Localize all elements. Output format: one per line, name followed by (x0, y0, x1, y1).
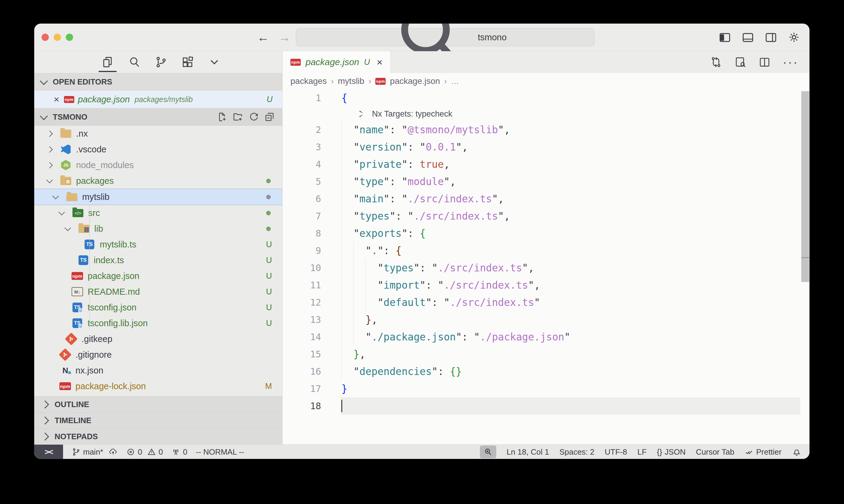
explorer-icon[interactable] (101, 55, 114, 69)
tab-close-icon[interactable]: × (377, 56, 383, 68)
code-line-2[interactable]: 2 "name": "@tsmono/mytslib", (282, 121, 809, 139)
tree-item-packages[interactable]: packages (34, 173, 282, 189)
cursor-position-item[interactable]: Ln 18, Col 1 (506, 447, 549, 457)
vim-mode-indicator[interactable]: -- NORMAL -- (196, 447, 244, 457)
extensions-icon[interactable] (181, 55, 194, 69)
more-actions-icon[interactable]: ··· (783, 59, 798, 65)
codelens-nx-targets[interactable]: Nx Targets: typecheck (282, 107, 809, 121)
chevron-down-icon (40, 112, 48, 120)
code-line-9[interactable]: 9 ".": { (282, 242, 809, 259)
outline-panel-header[interactable]: OUTLINE (34, 396, 282, 412)
notepads-panel-header[interactable]: NOTEPADS (34, 428, 282, 444)
git-branch-icon (71, 447, 81, 456)
search-view-icon[interactable] (127, 55, 141, 69)
cursor-tab-item[interactable]: Cursor Tab (696, 447, 735, 457)
tree-item-.gitignore[interactable]: .gitignore (34, 347, 282, 363)
tree-item-mytslib[interactable]: mytslib (34, 189, 282, 205)
tree-item-package-lock.json[interactable]: npmpackage-lock.jsonM (34, 378, 282, 394)
source-control-icon[interactable] (154, 55, 168, 69)
open-editors-header[interactable]: OPEN EDITORS (34, 73, 282, 91)
tree-item-src[interactable]: </>src (34, 205, 282, 221)
formatter-item[interactable]: Prettier (744, 447, 781, 457)
code-line-11[interactable]: 11 "import": "./src/index.ts", (282, 276, 809, 294)
branch-status-item[interactable]: main* (71, 447, 118, 457)
tree-item-package.json[interactable]: npmpackage.jsonU (34, 268, 282, 284)
refresh-icon[interactable] (248, 111, 259, 122)
toggle-panel-icon[interactable] (742, 31, 754, 43)
broadcast-status-item[interactable]: 0 (171, 447, 187, 457)
code-line-8[interactable]: 8 "exports": { (282, 225, 809, 242)
code-line-6[interactable]: 6 "main": "./src/index.ts", (282, 190, 809, 208)
chevron-down-icon[interactable] (46, 177, 53, 183)
broadcast-count: 0 (183, 447, 187, 457)
open-changes-icon[interactable] (710, 56, 722, 68)
language-mode-item[interactable]: {} JSON (657, 447, 686, 457)
eol-item[interactable]: LF (637, 447, 646, 457)
settings-gear-icon[interactable] (788, 31, 800, 43)
code-line-4[interactable]: 4 "private": true, (282, 156, 809, 173)
chevron-down-icon[interactable] (65, 224, 71, 231)
chevron-down-icon[interactable] (58, 209, 65, 215)
code-line-1[interactable]: 1{ (282, 89, 809, 107)
navigate-forward-button[interactable]: → (278, 31, 290, 44)
code-editor[interactable]: 1{Nx Targets: typecheck2 "name": "@tsmon… (282, 89, 809, 444)
breadcrumb-packages[interactable]: packages (290, 76, 327, 86)
zoom-window-button[interactable] (66, 34, 73, 41)
tree-item-index.ts[interactable]: TSindex.tsU (34, 252, 282, 268)
code-line-12[interactable]: 12 "default": "./src/index.ts" (282, 294, 809, 311)
problems-status-item[interactable]: 0 0 (126, 447, 163, 457)
minimize-window-button[interactable] (54, 34, 61, 41)
tree-item-lib[interactable]: lib (34, 221, 282, 237)
split-editor-icon[interactable] (758, 56, 771, 68)
code-line-17[interactable]: 17} (282, 380, 809, 397)
breadcrumb[interactable]: packages › mytslib › npm package.json › … (282, 73, 809, 89)
chevron-right-icon[interactable] (46, 146, 53, 152)
tree-item-.vscode[interactable]: .vscode (34, 141, 282, 157)
search-editor-icon[interactable] (734, 56, 746, 68)
chevron-right-icon[interactable] (46, 130, 53, 137)
code-line-16[interactable]: 16 "dependencies": {} (282, 363, 809, 380)
chevron-down-icon[interactable] (52, 193, 59, 199)
command-center-search[interactable]: tsmono (296, 28, 595, 46)
code-line-14[interactable]: 14 "./package.json": "./package.json" (282, 328, 809, 346)
collapse-folders-icon[interactable] (264, 111, 275, 122)
indentation-item[interactable]: Spaces: 2 (559, 447, 595, 457)
code-line-7[interactable]: 7 "types": "./src/index.ts", (282, 208, 809, 225)
tree-item-tsconfig.lib.json[interactable]: TStsconfig.lib.jsonU (34, 315, 282, 331)
breadcrumb-mytslib[interactable]: mytslib (338, 76, 364, 86)
tree-item-nx.json[interactable]: Nnx.json (34, 363, 282, 378)
toggle-primary-sidebar-icon[interactable] (719, 31, 731, 43)
remote-indicator[interactable]: >< (34, 445, 63, 459)
code-line-13[interactable]: 13 }, (282, 311, 809, 328)
tree-item-.gitkeep[interactable]: .gitkeep (34, 331, 282, 347)
workspace-section-header[interactable]: TSMONO (34, 108, 282, 126)
close-window-button[interactable] (41, 34, 49, 41)
code-line-10[interactable]: 10 "types": "./src/index.ts", (282, 259, 809, 276)
screencast-zoom-indicator[interactable] (480, 446, 496, 458)
tree-item-README.md[interactable]: M↓README.mdU (34, 284, 282, 300)
navigate-back-button[interactable]: ← (257, 31, 269, 44)
close-editor-icon[interactable]: × (54, 94, 64, 105)
timeline-panel-header[interactable]: TIMELINE (34, 412, 282, 428)
tab-package-json[interactable]: npm package.json U × (282, 51, 391, 73)
tree-item-.nx[interactable]: .nx (34, 126, 282, 141)
new-folder-icon[interactable] (232, 111, 243, 122)
encoding-item[interactable]: UTF-8 (605, 447, 627, 457)
tree-item-label: packages (76, 176, 114, 186)
vscode-window: ← → tsmono OPEN ED (34, 24, 809, 459)
tree-item-node_modules[interactable]: JSnode_modules (34, 157, 282, 173)
chevron-right-icon[interactable] (46, 162, 53, 168)
chevron-spacer (47, 353, 51, 357)
line-number: 2 (282, 121, 321, 139)
toggle-secondary-sidebar-icon[interactable] (764, 31, 777, 43)
open-editor-item[interactable]: × npm package.json packages/mytslib U (34, 91, 282, 108)
notifications-bell-icon[interactable] (792, 447, 802, 457)
code-line-3[interactable]: 3 "version": "0.0.1", (282, 139, 809, 156)
code-line-18[interactable]: 18 (282, 397, 809, 415)
code-line-15[interactable]: 15 }, (282, 346, 809, 363)
tree-item-mytslib.ts[interactable]: TSmytslib.tsU (34, 237, 282, 252)
new-file-icon[interactable] (217, 111, 228, 122)
tree-item-tsconfig.json[interactable]: TStsconfig.jsonU (34, 300, 282, 315)
additional-views-chevron-icon[interactable] (208, 55, 221, 69)
code-line-5[interactable]: 5 "type": "module", (282, 173, 809, 190)
